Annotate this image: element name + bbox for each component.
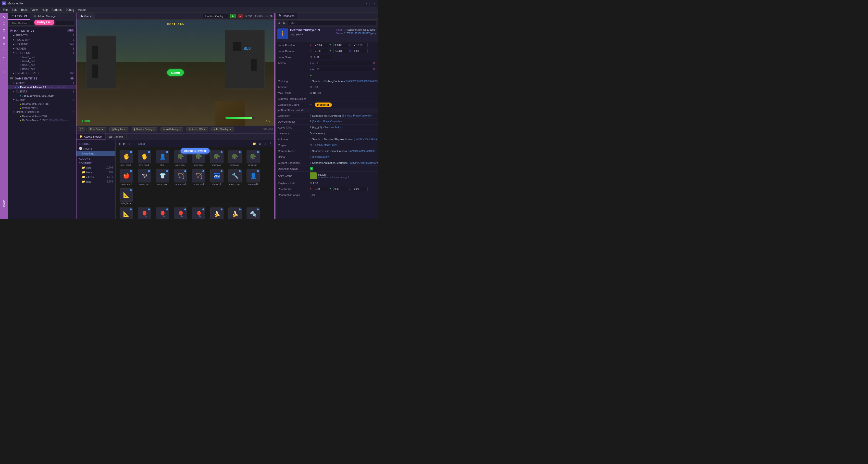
play-button[interactable]: ▶ bbox=[230, 14, 236, 19]
fog-sky-header[interactable]: ▶ FOG & SKY 2 bbox=[8, 37, 76, 42]
tab-console[interactable]: ⌨ Console bbox=[105, 134, 126, 140]
list-item[interactable]: 🔧 auto_chap_ bbox=[226, 168, 244, 186]
toolbar-tools[interactable]: ⚒ bbox=[1, 41, 7, 47]
list-item[interactable]: ● 76561197960279927/garry bbox=[8, 94, 76, 97]
assets-folder-btn[interactable]: 📁 bbox=[251, 142, 257, 146]
list-item[interactable]: ⧖ train2_hurt bbox=[8, 63, 76, 67]
rot-y-input[interactable] bbox=[333, 49, 348, 53]
active-group-header[interactable]: ▼ ACTIVE 1 bbox=[8, 81, 76, 85]
list-item[interactable]: 🎈 balloon_ bbox=[154, 206, 171, 219]
list-item[interactable]: 🍎 apple.vmdl bbox=[118, 168, 135, 186]
clothing-link[interactable]: (Sandbox.ClothingContainer) bbox=[346, 80, 378, 82]
pos-x-input[interactable] bbox=[314, 43, 329, 47]
tab-entity-list[interactable]: ☰ Entity List bbox=[8, 13, 30, 20]
assets-grid-btn[interactable]: ⊞ bbox=[258, 142, 262, 146]
list-item[interactable]: 📐 axis_helpe bbox=[118, 206, 135, 219]
menu-debug[interactable]: Debug bbox=[63, 7, 76, 12]
maximize-button[interactable]: □ bbox=[369, 2, 372, 5]
config-dropdown[interactable]: Untitled Config ▼ bbox=[203, 14, 228, 19]
toolbar-layers[interactable]: ⊡ bbox=[1, 21, 7, 27]
assets-home-btn[interactable]: ⌂ bbox=[127, 142, 131, 146]
stop-button[interactable]: ■ bbox=[238, 14, 243, 19]
ammo-0-remove-btn[interactable]: ✕ bbox=[373, 61, 375, 65]
camera-link[interactable]: (Sandbox.CameraMode) bbox=[348, 150, 375, 152]
player-header[interactable]: ▶ PLAYER 8 bbox=[8, 46, 76, 51]
entity-list-pill[interactable]: Entity List bbox=[34, 20, 54, 25]
tab-addon-manager[interactable]: ⊞ Addon Manager bbox=[30, 13, 60, 20]
list-item[interactable]: 👤 avatarediti bbox=[245, 168, 262, 186]
list-item[interactable]: 🔩 barbodyer_ bbox=[245, 206, 262, 219]
ammo-pencil-0[interactable]: ✏ bbox=[312, 62, 314, 64]
toolbar-person[interactable]: ♟ bbox=[1, 34, 7, 40]
toolbar-timer[interactable]: ⏱ bbox=[1, 48, 7, 54]
combo-kill-pencil[interactable]: ✏ bbox=[310, 104, 312, 106]
list-item[interactable]: 🍌 banana_ bbox=[208, 206, 225, 219]
menu-audio[interactable]: Audio bbox=[76, 7, 88, 12]
list-item[interactable]: 🏹 arrow.vmd bbox=[190, 168, 207, 186]
toolbar-label[interactable]: Toolbar bbox=[1, 197, 6, 209]
setup-group-header[interactable]: ▼ SETUP 2 bbox=[8, 97, 76, 102]
list-item[interactable]: ▶ ● DeathmatchPlayer 69 7656119796027992… bbox=[8, 85, 76, 89]
pos-y-input[interactable] bbox=[333, 43, 348, 47]
content-core[interactable]: 📁 core 10,708 bbox=[76, 165, 116, 170]
menu-view[interactable]: View bbox=[29, 7, 40, 12]
list-item[interactable]: 👤 alyx_ bbox=[154, 149, 171, 167]
list-item[interactable]: ■ WorldEntity 0 bbox=[8, 106, 76, 110]
assets-up-btn[interactable]: ↑ bbox=[132, 142, 135, 146]
triggers-header[interactable]: ▼ TRIGGERS 4 bbox=[8, 51, 76, 55]
dev-controller-link[interactable]: (Sandbox.PlayerController) bbox=[312, 120, 342, 123]
pos-z-input[interactable] bbox=[353, 43, 368, 47]
inspector-filter-input[interactable] bbox=[288, 21, 376, 25]
assets-back-btn[interactable]: ◀ bbox=[117, 142, 121, 146]
content-citizen[interactable]: 📁 citizen 1,370 bbox=[76, 175, 116, 179]
animator-link[interactable]: (Sandbox.PlayerAnimator) bbox=[354, 138, 378, 141]
list-item[interactable]: 🪖 american_ bbox=[208, 149, 225, 167]
toolbar-sliders[interactable]: ≡ bbox=[1, 69, 7, 75]
inspector-forward-btn[interactable]: ▶ bbox=[282, 21, 287, 25]
list-item[interactable]: 🍌 banana_r_ bbox=[226, 206, 244, 219]
no-overlay-button[interactable]: ✕ No Overlay ▼ bbox=[211, 127, 234, 132]
expand-button[interactable]: ⛶ bbox=[78, 127, 85, 132]
use-anim-graph-check[interactable]: ✓ bbox=[310, 167, 313, 170]
ammo-1-remove-btn[interactable]: ✕ bbox=[373, 67, 375, 71]
list-item[interactable]: ⧖ train1_hurt bbox=[8, 67, 76, 71]
assets-list-btn[interactable]: ≡ bbox=[264, 142, 267, 146]
clients-group-header[interactable]: ▼ CLIENTS 1 bbox=[8, 89, 76, 94]
current-seq-link[interactable]: (Sandbox.AnimationSequence) bbox=[349, 162, 378, 164]
content-rust[interactable]: 📁 rust 1,258 bbox=[76, 179, 116, 184]
list-item[interactable]: 🏧 atm.vmdl_ bbox=[208, 168, 225, 186]
ammo-1-input[interactable] bbox=[315, 67, 372, 71]
rot-r-input[interactable] bbox=[353, 49, 368, 53]
assets-browser-badge[interactable]: Assets Browser bbox=[181, 148, 210, 153]
menu-edit[interactable]: Edit bbox=[9, 7, 19, 12]
list-item[interactable]: ⧖ train4_hurt bbox=[8, 59, 76, 63]
assets-forward-btn[interactable]: ▶ bbox=[122, 142, 126, 146]
toolbar-cursor[interactable]: ↖ bbox=[1, 14, 7, 20]
list-item[interactable]: 👕 army_shirt bbox=[154, 168, 171, 186]
map-entities-header[interactable]: 🗺 MAP ENTITIES 324 bbox=[8, 28, 76, 33]
auto-lod-button[interactable]: 👁 Auto LOD ▼ bbox=[186, 127, 208, 132]
ammo-0-input[interactable] bbox=[315, 61, 372, 65]
list-item[interactable]: 📐 axis_helpe bbox=[118, 187, 135, 205]
toolbar-settings[interactable]: ⚙ bbox=[1, 27, 7, 33]
tab-assets-browser[interactable]: 📁 Assets Browser bbox=[76, 134, 105, 140]
toolbar-star[interactable]: ✦ bbox=[1, 55, 7, 61]
list-item[interactable]: ⧖ train3_hurt bbox=[8, 55, 76, 59]
list-item[interactable]: 🪖 american_ bbox=[226, 149, 244, 167]
tab-inspector[interactable]: 🔍 Inspector bbox=[275, 13, 297, 19]
uncategorized-map-header[interactable]: ▶ UNCATEGORIZED 163 bbox=[8, 71, 76, 75]
rot-p-input[interactable] bbox=[314, 49, 329, 53]
content-base[interactable]: 📁 base 131 bbox=[76, 170, 116, 175]
list-item[interactable]: 🍽 apple_tray bbox=[136, 168, 153, 186]
active-child-link[interactable]: (Sandbox.Entity) bbox=[323, 126, 342, 129]
list-item[interactable]: 🎈 balloontail bbox=[190, 206, 207, 219]
assets-recent[interactable]: 🕐 Recent bbox=[76, 146, 116, 151]
window-controls[interactable]: − □ ✕ bbox=[365, 0, 376, 7]
ammo-pencil-1[interactable]: ✏ bbox=[312, 68, 314, 70]
close-button[interactable]: ✕ bbox=[372, 2, 376, 5]
game-viewport-tab[interactable]: ▶ Game bbox=[79, 13, 95, 19]
list-item[interactable]: 🏹 arrow.vmd bbox=[172, 168, 189, 186]
no-fakelag-button[interactable]: ⊘ No Fakelag ▼ bbox=[160, 127, 183, 132]
rm-y-input[interactable] bbox=[333, 187, 348, 191]
assets-everything[interactable]: ○ Everything bbox=[76, 151, 116, 156]
